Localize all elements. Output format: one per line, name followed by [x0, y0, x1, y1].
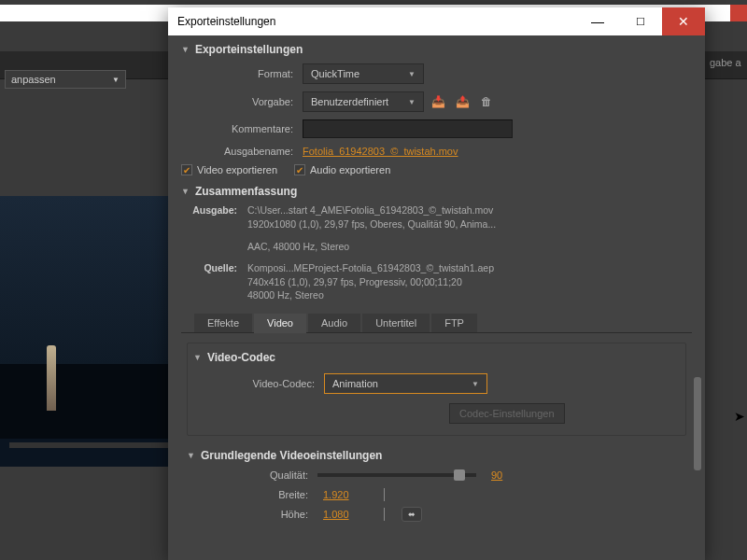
codec-header-label: Video-Codec [207, 351, 275, 364]
ausgabe-label: Ausgabe: [181, 203, 237, 217]
comment-row: Kommentare: [168, 116, 705, 142]
chevron-down-icon: ▼ [472, 380, 479, 388]
delete-preset-icon[interactable]: 🗑 [476, 91, 497, 112]
close-button[interactable]: ✕ [662, 7, 705, 35]
window-title: Exporteinstellungen [168, 15, 275, 28]
height-row: Höhe: 1.080 ⬌ [168, 503, 705, 525]
preset-value: Benutzerdefiniert [311, 96, 388, 107]
export-audio-check[interactable]: ✔ Audio exportieren [294, 164, 390, 175]
height-label: Höhe: [187, 509, 317, 520]
comment-label: Kommentare: [181, 123, 303, 134]
codec-section: ▼ Video-Codec Video-Codec: Animation ▼ C… [187, 343, 686, 436]
quality-row: Qualität: 90 [168, 466, 705, 484]
export-settings-window: Exporteinstellungen — ☐ ✕ ▼ Exporteinste… [168, 7, 705, 560]
codec-label: Video-Codec: [193, 378, 324, 389]
link-dimensions-icon[interactable]: ⬌ [402, 507, 422, 522]
summary-quelle: Quelle: Komposi...MEProject-Fotolia_6194… [168, 256, 705, 304]
import-preset-icon[interactable]: 📤 [452, 91, 472, 112]
preset-dropdown[interactable]: Benutzerdefiniert ▼ [303, 91, 424, 112]
preset-row: Vorgabe: Benutzerdefiniert ▼ 📥 📤 🗑 [168, 88, 705, 116]
output-filename-link[interactable]: Fotolia_61942803_©_twistah.mov [303, 146, 458, 157]
tab-ftp[interactable]: FTP [431, 314, 477, 332]
bg-fit-dropdown[interactable]: anpassen ▼ [5, 70, 126, 89]
ausgabe-line2: 1920x1080 (1,0), 29,97 fps, Oberes, Qual… [247, 218, 496, 230]
output-label: Ausgabename: [181, 146, 303, 157]
summary-section-header[interactable]: ▼ Zusammenfassung [168, 179, 705, 202]
quelle-line3: 48000 Hz, Stereo [247, 289, 324, 301]
quelle-line2: 740x416 (1,0), 29,97 fps, Progressiv, 00… [247, 276, 462, 287]
checkbox-icon: ✔ [294, 164, 305, 175]
chevron-down-icon: ▼ [181, 187, 190, 196]
content-area: ▼ Exporteinstellungen Format: QuickTime … [168, 35, 705, 560]
tab-untertitel[interactable]: Untertitel [362, 314, 430, 332]
checkbox-icon: ✔ [181, 164, 192, 175]
width-label: Breite: [187, 489, 317, 500]
codec-dropdown[interactable]: Animation ▼ [324, 373, 487, 394]
bg-close-icon[interactable] [730, 5, 747, 21]
tab-audio[interactable]: Audio [308, 314, 360, 332]
quality-slider[interactable] [317, 473, 476, 477]
chevron-down-icon: ▼ [187, 451, 195, 460]
chevron-down-icon: ▼ [408, 70, 416, 78]
scrollbar-thumb[interactable] [694, 377, 701, 470]
titlebar[interactable]: Exporteinstellungen — ☐ ✕ [168, 7, 705, 35]
width-row: Breite: 1.920 [168, 484, 705, 505]
cursor-icon: ➤ [734, 409, 745, 424]
chevron-down-icon: ▼ [112, 76, 120, 84]
maximize-button[interactable]: ☐ [619, 7, 662, 35]
codec-row: Video-Codec: Animation ▼ [188, 370, 685, 398]
quelle-line1: Komposi...MEProject-Fotolia_61942803_©_t… [247, 262, 494, 273]
quelle-label: Quelle: [181, 261, 237, 275]
height-value[interactable]: 1.080 [323, 509, 349, 520]
bg-fit-label: anpassen [11, 74, 56, 85]
export-video-check[interactable]: ✔ Video exportieren [181, 164, 277, 175]
tab-video[interactable]: Video [254, 314, 306, 333]
output-row: Ausgabename: Fotolia_61942803_©_twistah.… [168, 142, 705, 161]
save-preset-icon[interactable]: 📥 [428, 91, 448, 112]
format-row: Format: QuickTime ▼ [168, 60, 705, 88]
chevron-down-icon: ▼ [193, 353, 202, 362]
export-section-header[interactable]: ▼ Exporteinstellungen [168, 35, 705, 60]
quality-label: Qualität: [187, 469, 317, 481]
export-video-label: Video exportieren [197, 164, 277, 175]
preset-label: Vorgabe: [181, 96, 303, 107]
ausgabe-line3: AAC, 48000 Hz, Stereo [247, 241, 349, 252]
codec-settings-button: Codec-Einstellungen [449, 403, 565, 424]
chevron-down-icon: ▼ [181, 45, 190, 54]
width-value[interactable]: 1.920 [323, 489, 349, 500]
comment-input[interactable] [303, 119, 513, 138]
export-header-label: Exporteinstellungen [195, 43, 303, 56]
export-checks: ✔ Video exportieren ✔ Audio exportieren [168, 161, 705, 179]
summary-ausgabe-audio: AAC, 48000 Hz, Stereo [168, 232, 705, 256]
preview-rocket [47, 345, 56, 411]
slider-thumb[interactable] [454, 469, 465, 481]
format-value: QuickTime [311, 68, 359, 79]
tab-effekte[interactable]: Effekte [194, 314, 252, 332]
minimize-button[interactable]: — [576, 7, 619, 35]
tab-bar: Effekte Video Audio Untertitel FTP [181, 304, 692, 333]
summary-ausgabe: Ausgabe: C:\User...start 4_AME\Fotolia_6… [168, 202, 705, 232]
format-label: Format: [181, 68, 303, 79]
bg-right-header: gabe a [710, 51, 747, 77]
window-buttons: — ☐ ✕ [576, 7, 705, 35]
format-dropdown[interactable]: QuickTime ▼ [303, 63, 424, 84]
basic-section-header[interactable]: ▼ Grundlegende Videoeinstellungen [168, 441, 705, 466]
chevron-down-icon: ▼ [408, 98, 416, 106]
quality-value[interactable]: 90 [491, 469, 502, 481]
export-audio-label: Audio exportieren [310, 164, 390, 175]
codec-value: Animation [332, 378, 378, 389]
summary-header-label: Zusammenfassung [195, 185, 297, 198]
codec-section-header[interactable]: ▼ Video-Codec [188, 351, 685, 370]
basic-header-label: Grundlegende Videoeinstellungen [201, 449, 382, 462]
ausgabe-line1: C:\User...start 4_AME\Fotolia_61942803_©… [247, 204, 493, 216]
